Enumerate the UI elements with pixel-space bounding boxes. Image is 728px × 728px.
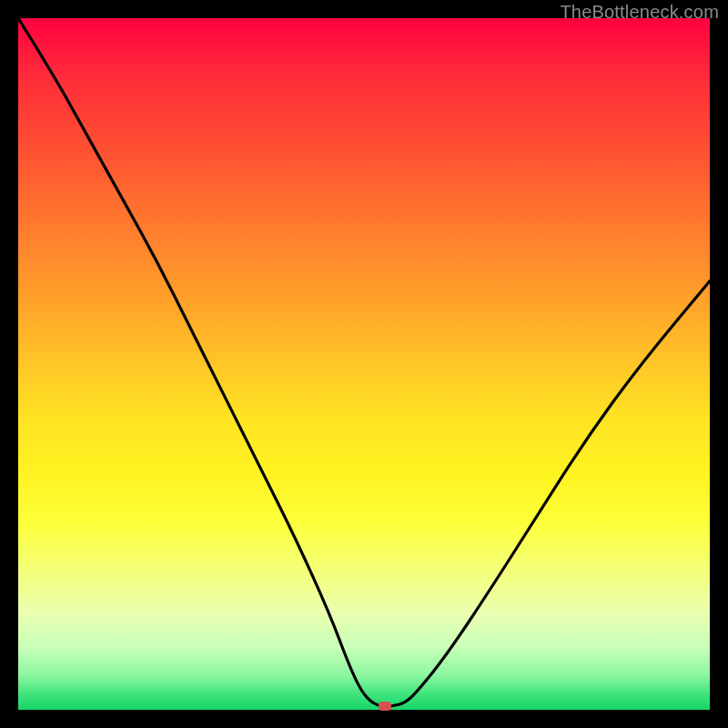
watermark-text: TheBottleneck.com: [560, 2, 719, 23]
curve-svg: [18, 18, 710, 710]
plot-area: [18, 18, 710, 710]
bottleneck-curve-path: [18, 18, 710, 706]
bottleneck-chart: TheBottleneck.com: [0, 0, 728, 728]
result-marker: [379, 702, 391, 711]
